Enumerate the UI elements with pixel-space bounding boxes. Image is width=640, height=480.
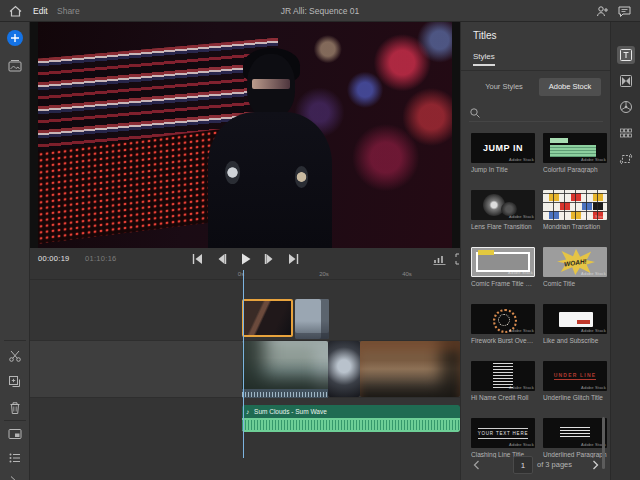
previous-clip-button[interactable] (190, 252, 205, 266)
track-list-icon (7, 450, 23, 466)
audio-clip[interactable]: ♪ Sum Clouds - Sum Wave (242, 405, 460, 432)
style-item-colorful-paragraph[interactable]: Adobe Stock Colorful Paragraph (543, 133, 607, 173)
chevron-right-icon (589, 459, 601, 471)
style-thumb: Adobe Stock (543, 304, 607, 334)
style-thumb: Adobe Stock (471, 247, 535, 277)
panel-divider (461, 70, 611, 71)
style-label: Comic Title (543, 280, 607, 287)
jacket-patch (295, 166, 309, 187)
audio-mixer-icon (619, 126, 633, 140)
stock-watermark: Adobe Stock (581, 157, 606, 162)
style-item-lens-flare[interactable]: Adobe Stock Lens Flare Transition (471, 190, 535, 230)
style-thumb: Adobe Stock (471, 361, 535, 391)
style-thumb: Adobe Stock (543, 418, 607, 448)
next-clip-button[interactable] (286, 252, 301, 266)
stock-watermark: Adobe Stock (508, 270, 533, 275)
next-clip-icon (286, 252, 301, 266)
style-item-jump-in[interactable]: JUMP INAdobe Stock Jump In Title (471, 133, 535, 173)
playhead[interactable] (243, 270, 244, 458)
titles-panel-button[interactable] (617, 46, 635, 64)
style-thumb: WOAH!Adobe Stock (543, 247, 607, 277)
play-button[interactable] (238, 252, 253, 266)
track-controls-button[interactable] (7, 450, 23, 466)
adobe-stock-button[interactable]: Adobe Stock (539, 78, 601, 96)
previous-page-button[interactable] (471, 459, 483, 471)
style-item-firework-burst[interactable]: Adobe Stock Firework Burst Overlay (471, 304, 535, 344)
trash-icon (7, 400, 23, 416)
overlay-clip-selected[interactable] (242, 299, 293, 337)
thumb-text: JUMP IN (483, 143, 523, 153)
step-forward-button[interactable] (262, 252, 277, 266)
duplicate-clip-button[interactable] (7, 374, 23, 390)
page-number-input[interactable]: 1 (513, 456, 533, 474)
your-styles-button[interactable]: Your Styles (473, 78, 535, 96)
panel-scrollbar[interactable] (602, 417, 605, 469)
playback-quality-button[interactable] (432, 252, 447, 266)
titles-icon (619, 48, 633, 62)
video-clip-dancer[interactable] (328, 341, 360, 397)
feedback-button[interactable] (617, 4, 632, 19)
next-page-button[interactable] (589, 459, 601, 471)
premiere-rush-app: Edit Share JR Alli: Sequence 01 (0, 0, 640, 480)
duplicate-icon (7, 374, 23, 390)
step-back-button[interactable] (214, 252, 229, 266)
step-back-icon (214, 252, 229, 266)
select-tool-button[interactable] (7, 474, 23, 480)
invite-button[interactable] (595, 4, 610, 19)
add-media-button[interactable] (7, 30, 23, 46)
timeline-ruler[interactable]: 0s 20s 40s (30, 270, 460, 280)
audio-panel-button[interactable] (617, 124, 635, 142)
color-wheel-icon (619, 100, 633, 114)
tab-styles[interactable]: Styles (473, 52, 495, 66)
program-monitor (30, 22, 460, 248)
ruler-tick-label: 40s (402, 271, 412, 277)
style-label: Lens Flare Transition (471, 223, 535, 230)
delete-clip-button[interactable] (7, 400, 23, 416)
project-title: JR Alli: Sequence 01 (0, 0, 640, 22)
style-item-credit-roll[interactable]: Adobe Stock Hi Name Credit Roll (471, 361, 535, 401)
picture-in-picture-button[interactable] (7, 426, 23, 442)
color-panel-button[interactable] (617, 98, 635, 116)
media-browser-button[interactable] (7, 58, 23, 74)
style-thumb: Adobe Stock (471, 304, 535, 334)
jacket-patch (225, 161, 240, 184)
style-item-comic-title[interactable]: WOAH!Adobe Stock Comic Title (543, 247, 607, 287)
style-thumb: UNDER LINEAdobe Stock (543, 361, 607, 391)
style-label: Mondrian Transition (543, 223, 607, 230)
thumb-text: WOAH! (563, 257, 587, 267)
audio-clip-header: ♪ Sum Clouds - Sum Wave (242, 405, 460, 418)
stock-watermark: Adobe Stock (509, 385, 534, 390)
style-item-clashing-line[interactable]: YOUR TEXT HEREAdobe Stock Clashing Line … (471, 418, 535, 458)
crop-rotate-icon (619, 152, 633, 166)
step-forward-icon (262, 252, 277, 266)
transitions-icon (619, 74, 633, 88)
clip-audio-waveform (242, 389, 328, 398)
search-field[interactable] (469, 104, 603, 122)
style-item-mondrian[interactable]: Adobe Stock Mondrian Transition (543, 190, 607, 230)
duration-timecode: 01:10:16 (85, 248, 117, 270)
style-item-underline-glitch[interactable]: UNDER LINEAdobe Stock Underline Glitch T… (543, 361, 607, 401)
transitions-panel-button[interactable] (617, 72, 635, 90)
style-item-like-subscribe[interactable]: Adobe Stock Like and Subscribe (543, 304, 607, 344)
style-thumb: Adobe Stock (543, 133, 607, 163)
overlay-clip-bridge[interactable] (295, 299, 329, 339)
toolbar-divider (4, 420, 26, 421)
plus-icon (10, 33, 20, 43)
subject-person (208, 54, 332, 248)
style-item-underlined-paragraph[interactable]: Adobe Stock Underlined Paragraph (543, 418, 607, 458)
style-label: Colorful Paragraph (543, 166, 607, 173)
video-frame[interactable] (38, 22, 452, 248)
scissors-icon (7, 348, 23, 364)
stock-watermark: Adobe Stock (581, 271, 606, 276)
stock-watermark: Adobe Stock (509, 214, 534, 219)
left-toolbar (0, 22, 30, 480)
style-item-comic-frame[interactable]: Adobe Stock Comic Frame Title Overlay (471, 247, 535, 287)
audio-clip-label: Sum Clouds - Sum Wave (254, 408, 327, 415)
timeline[interactable]: 0s 20s 40s ♪ Sum Clouds - Sum Wave (30, 270, 460, 480)
panel-title: Titles (473, 30, 497, 41)
previous-clip-icon (190, 252, 205, 266)
video-clip-temple[interactable] (360, 341, 460, 397)
transform-panel-button[interactable] (617, 150, 635, 168)
thumb-text: YOUR TEXT HERE (478, 428, 529, 439)
split-clip-button[interactable] (7, 348, 23, 364)
